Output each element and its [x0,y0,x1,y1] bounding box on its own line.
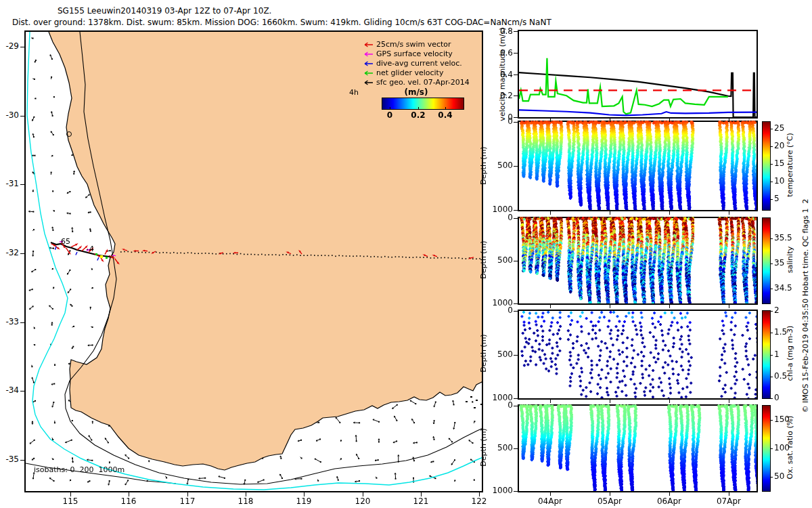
tick-label: 10 [774,176,805,186]
tick-label: 5 [774,194,805,203]
temperature-colorbar [763,122,770,210]
tick-label: 0 [484,213,513,222]
tick-label: 15 [774,158,805,168]
tick-mark [770,377,773,377]
tick-label: 0 [774,393,805,402]
tick-mark [770,477,773,478]
tick-mark [770,146,773,147]
salinity-plot-canvas [519,211,757,303]
tick-label: 20 [774,141,805,150]
salinity-colorbar [763,218,770,303]
tick-label: 119 [290,496,317,506]
chlorophyll-plot-canvas [519,304,757,398]
tick-mark [20,47,25,47]
figure-subtitle: Dist. over ground: 1378km. Dist. swum: 8… [12,18,551,27]
tick-mark [669,305,670,308]
tick-label: 118 [232,496,259,506]
tick-label: -30 [0,110,19,120]
tick-mark [770,164,773,165]
tick-mark [514,398,518,399]
tick-mark [550,211,551,215]
tick-label: -31 [0,179,19,188]
tick-mark [514,218,518,219]
tick-mark [514,355,518,356]
tick-label: 34.5 [774,283,805,293]
tick-label: -35 [0,454,19,464]
tick-label: 1000 [484,486,513,495]
legend-item-label: 25cm/s swim vector [376,40,451,49]
legend-item-label: sfc geo. vel. 07-Apr-2014 [376,78,470,87]
tick-label: 122 [466,496,493,506]
tick-label: 0 [484,117,513,126]
tick-mark [514,448,518,449]
tick-mark [729,492,729,496]
legend-arrow-icon [363,60,374,67]
tick-mark [729,305,729,308]
legend-window-label: 4h [349,88,359,97]
tick-label: 0 [484,400,513,410]
temperature-plot-canvas [519,115,757,210]
legend-arrow-icon [363,51,374,58]
tick-mark [390,107,390,110]
legend-colorbar-tick: 0 [376,110,403,120]
tick-mark [514,311,518,312]
tick-label: 1 [774,350,805,359]
tick-mark [445,107,446,110]
tick-label: 0 [484,305,513,315]
tick-mark [514,303,518,304]
tick-mark [20,322,25,323]
tick-mark [770,355,773,356]
tick-label: 500 [484,255,513,265]
figure-title: SG155 Leeuwin20140319 03-Apr 12Z to 07-A… [58,6,271,16]
tick-mark [550,119,551,122]
tick-label: 2 [774,305,805,315]
tick-mark [669,492,670,496]
tick-label: 0.4 [484,70,513,79]
tick-label: 116 [115,496,142,506]
legend-colorbar-title: (m/s) [392,87,440,97]
tick-mark [770,448,773,449]
tick-label: 05Apr [593,496,627,506]
tick-label: 500 [484,443,513,452]
figure: SG155 Leeuwin20140319 03-Apr 12Z to 07-A… [0,0,812,508]
tick-label: 500 [484,350,513,359]
tick-mark [770,263,773,264]
tick-mark [610,305,610,308]
legend-colorbar [382,98,464,109]
tick-label: 35.5 [774,233,805,242]
tick-label: 0.5 [774,371,805,381]
tick-mark [610,119,610,122]
tick-mark [418,107,419,110]
isobaths-label: isobaths: 0 200 1000m [34,465,125,474]
tick-label: -29 [0,41,19,51]
legend-arrow-icon [363,79,374,86]
tick-mark [550,305,551,308]
tick-mark [610,492,610,496]
tick-label: 25 [774,123,805,133]
tick-mark [20,253,25,254]
legend-item-label: GPS surface velocity [376,49,453,58]
tick-mark [610,211,610,215]
tick-mark [770,398,773,399]
tick-label: 500 [484,161,513,170]
tick-mark [514,117,518,118]
legend-item-label: net glider velocity [376,68,443,77]
tick-mark [770,238,773,239]
tick-label: 06Apr [652,496,686,506]
chlorophyll-colorbar [763,311,770,398]
tick-label: 0.8 [484,26,513,36]
legend-colorbar-tick: 0.2 [405,110,432,120]
tick-mark [770,420,773,421]
tick-label: -34 [0,385,19,395]
legend-arrow-icon [363,70,374,77]
tick-mark [669,400,670,403]
oxygen-plot-canvas [519,399,757,491]
tick-mark [550,400,551,403]
legend-colorbar-tick: 0.4 [432,110,459,120]
tick-mark [770,199,773,200]
legend-item-label: dive-avg current veloc. [376,59,462,68]
tick-mark [514,210,518,211]
tick-label: 121 [407,496,434,506]
dive-number-label-2: 4 [89,245,94,253]
tick-mark [514,31,518,32]
